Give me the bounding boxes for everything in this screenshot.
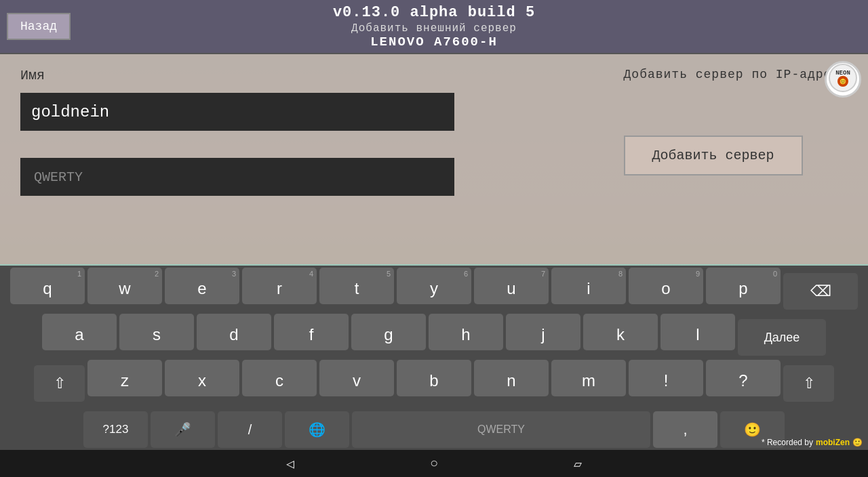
- key-o[interactable]: 9o: [629, 268, 703, 304]
- key-z[interactable]: z: [87, 360, 162, 396]
- key-space[interactable]: QWERTY: [352, 411, 650, 448]
- key-y[interactable]: 6y: [397, 268, 471, 304]
- key-b[interactable]: b: [397, 360, 471, 396]
- watermark-emoji: 🙂: [852, 438, 863, 447]
- key-n[interactable]: n: [474, 360, 549, 396]
- key-w[interactable]: 2w: [87, 268, 162, 304]
- add-server-button[interactable]: Добавить сервер: [624, 136, 803, 175]
- device-name: LENOVO A7600-H: [333, 35, 535, 49]
- watermark: * Recorded by mobiZen 🙂: [762, 438, 863, 447]
- watermark-text: * Recorded by: [762, 438, 813, 447]
- key-k[interactable]: k: [583, 314, 658, 350]
- key-r[interactable]: 4r: [242, 268, 317, 304]
- nav-home-button[interactable]: ○: [430, 456, 438, 472]
- key-v[interactable]: v: [319, 360, 394, 396]
- svg-text:NEON: NEON: [835, 70, 850, 77]
- svg-text:😊: 😊: [840, 78, 846, 85]
- watermark-brand: mobiZen: [816, 438, 850, 447]
- key-g[interactable]: g: [351, 314, 426, 350]
- key-j[interactable]: j: [506, 314, 580, 350]
- keyboard-row-3: ⇧ z x c v b n m ! ? ⇧: [0, 358, 868, 404]
- nav-back-button[interactable]: ◁: [286, 455, 294, 472]
- neon-label: NEON 😊: [828, 63, 858, 96]
- keyboard-row-1: 1q 2w 3e 4r 5t 6y 7u 8i 9o 0p ⌫: [0, 266, 868, 312]
- key-i[interactable]: 8i: [551, 268, 626, 304]
- key-backspace[interactable]: ⌫: [783, 273, 858, 310]
- key-u[interactable]: 7u: [474, 268, 549, 304]
- key-microphone[interactable]: 🎤: [151, 411, 215, 448]
- main-content: Имя QWERTY Добавить сервер по IP-адресу …: [0, 54, 868, 264]
- key-q[interactable]: 1q: [10, 268, 85, 304]
- key-shift-right[interactable]: ⇧: [783, 365, 834, 402]
- key-symbols[interactable]: ?123: [83, 411, 148, 448]
- header: Назад v0.13.0 alpha build 5 Добавить вне…: [0, 0, 868, 54]
- right-section: Добавить сервер по IP-адресу Добавить се…: [624, 68, 848, 175]
- key-globe[interactable]: 🌐: [285, 411, 349, 448]
- address-input[interactable]: [20, 158, 454, 196]
- version-title: v0.13.0 alpha build 5: [333, 4, 535, 21]
- key-f[interactable]: f: [274, 314, 349, 350]
- key-shift-left[interactable]: ⇧: [34, 365, 85, 402]
- android-nav-bar: ◁ ○ ▱: [0, 450, 868, 477]
- nav-recents-button[interactable]: ▱: [574, 455, 582, 472]
- key-c[interactable]: c: [242, 360, 317, 396]
- key-slash[interactable]: /: [218, 411, 282, 448]
- keyboard-row-2: a s d f g h j k l Далее: [0, 312, 868, 358]
- key-exclaim[interactable]: !: [629, 360, 703, 396]
- header-center: v0.13.0 alpha build 5 Добавить внешний с…: [333, 4, 535, 49]
- key-h[interactable]: h: [429, 314, 503, 350]
- keyboard: 1q 2w 3e 4r 5t 6y 7u 8i 9o 0p ⌫ a s d f …: [0, 266, 868, 450]
- key-d[interactable]: d: [197, 314, 271, 350]
- key-question[interactable]: ?: [706, 360, 781, 396]
- key-m[interactable]: m: [551, 360, 626, 396]
- key-l[interactable]: l: [660, 314, 735, 350]
- key-comma[interactable]: ,: [653, 411, 717, 448]
- key-s[interactable]: s: [119, 314, 194, 350]
- back-button[interactable]: Назад: [7, 13, 71, 40]
- screen-subtitle: Добавить внешний сервер: [333, 22, 535, 35]
- key-t[interactable]: 5t: [319, 268, 394, 304]
- name-input[interactable]: [20, 93, 454, 131]
- key-x[interactable]: x: [165, 360, 239, 396]
- neon-logo: NEON 😊: [825, 61, 861, 98]
- keyboard-row-bottom: ?123 🎤 / 🌐 QWERTY , 🙂: [0, 404, 868, 450]
- key-a[interactable]: a: [42, 314, 117, 350]
- key-next[interactable]: Далее: [738, 319, 826, 356]
- key-e[interactable]: 3e: [165, 268, 239, 304]
- key-p[interactable]: 0p: [706, 268, 781, 304]
- add-server-label: Добавить сервер по IP-адресу: [624, 68, 848, 81]
